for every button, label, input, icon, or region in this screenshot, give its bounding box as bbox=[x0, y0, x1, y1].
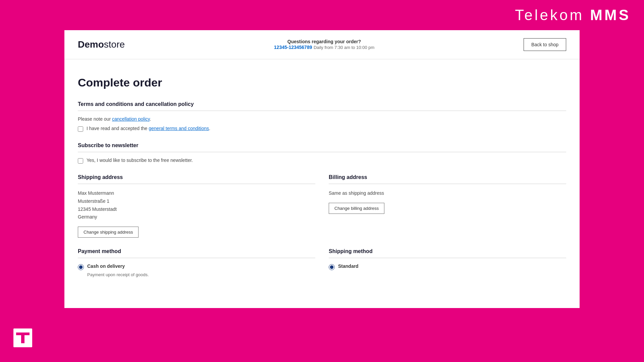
main-content: Demostore Questions regarding your order… bbox=[64, 30, 580, 308]
page-title: Complete order bbox=[78, 76, 566, 89]
change-billing-address-button[interactable]: Change billing address bbox=[329, 203, 384, 214]
billing-address-title: Billing address bbox=[329, 174, 566, 184]
shipping-radio-row: Standard bbox=[329, 263, 566, 270]
terms-notice: Please note our cancellation policy. bbox=[78, 116, 566, 122]
terms-section-title: Terms and conditions and cancellation po… bbox=[78, 101, 566, 111]
shipping-street: Musterstraße 1 bbox=[78, 197, 315, 205]
shipping-standard-radio[interactable] bbox=[329, 264, 335, 270]
gtc-checkbox-row: I have read and accepted the general ter… bbox=[78, 126, 566, 132]
top-bar: Telekom MMS bbox=[0, 0, 644, 30]
shipping-city: 12345 Musterstadt bbox=[78, 205, 315, 214]
shipping-name: Max Mustermann bbox=[78, 189, 315, 197]
contact-hours: Daily from 7:30 am to 10:00 pm bbox=[314, 45, 374, 50]
addresses-row: Shipping address Max Mustermann Musterst… bbox=[78, 174, 566, 238]
newsletter-checkbox[interactable] bbox=[78, 158, 83, 164]
terms-notice-prefix: Please note our bbox=[78, 116, 112, 122]
contact-question: Questions regarding your order? bbox=[274, 39, 374, 44]
telekom-t-icon bbox=[13, 328, 32, 347]
payment-shipping-row: Payment method Cash on delivery Payment … bbox=[78, 248, 566, 277]
terms-section: Terms and conditions and cancellation po… bbox=[78, 101, 566, 132]
terms-notice-suffix: . bbox=[150, 116, 151, 122]
logo-store: store bbox=[104, 39, 125, 50]
billing-same-as: Same as shipping address bbox=[329, 189, 566, 197]
contact-info: Questions regarding your order? 12345-12… bbox=[274, 39, 374, 50]
shipping-method-title: Shipping method bbox=[329, 248, 566, 258]
payment-cod-description: Payment upon receipt of goods. bbox=[87, 272, 315, 277]
newsletter-section: Subscribe to newsletter Yes, I would lik… bbox=[78, 142, 566, 164]
shipping-method-section: Shipping method Standard bbox=[329, 248, 566, 277]
billing-address-lines: Same as shipping address bbox=[329, 189, 566, 197]
bottom-telekom-logo bbox=[13, 328, 32, 349]
payment-cod-label[interactable]: Cash on delivery bbox=[87, 263, 125, 269]
newsletter-checkbox-label[interactable]: Yes, I would like to subscribe to the fr… bbox=[87, 158, 193, 163]
billing-address-section: Billing address Same as shipping address… bbox=[329, 174, 566, 238]
gtc-prefix: I have read and accepted the bbox=[87, 126, 149, 131]
gtc-checkbox[interactable] bbox=[78, 126, 83, 132]
shipping-address-title: Shipping address bbox=[78, 174, 315, 184]
shipping-address-lines: Max Mustermann Musterstraße 1 12345 Must… bbox=[78, 189, 315, 221]
back-to-shop-button[interactable]: Back to shop bbox=[524, 38, 566, 51]
shipping-address-section: Shipping address Max Mustermann Musterst… bbox=[78, 174, 315, 238]
logo-demo: Demo bbox=[78, 39, 104, 50]
payment-cod-radio[interactable] bbox=[78, 264, 84, 270]
contact-phone[interactable]: 12345-123456789 bbox=[274, 45, 312, 50]
payment-method-section: Payment method Cash on delivery Payment … bbox=[78, 248, 315, 277]
telekom-text: Telekom bbox=[515, 7, 584, 23]
logo-text: Demostore bbox=[78, 39, 125, 50]
payment-method-title: Payment method bbox=[78, 248, 315, 258]
gtc-checkbox-label[interactable]: I have read and accepted the general ter… bbox=[87, 126, 210, 131]
payment-radio-row: Cash on delivery bbox=[78, 263, 315, 270]
gtc-suffix: . bbox=[209, 126, 210, 131]
shop-header: Demostore Questions regarding your order… bbox=[64, 30, 580, 59]
mms-text: MMS bbox=[590, 7, 631, 23]
shipping-standard-label[interactable]: Standard bbox=[338, 263, 359, 269]
shipping-country: Germany bbox=[78, 213, 315, 221]
newsletter-section-title: Subscribe to newsletter bbox=[78, 142, 566, 152]
change-shipping-address-button[interactable]: Change shipping address bbox=[78, 227, 139, 238]
shop-logo: Demostore bbox=[78, 39, 125, 50]
newsletter-checkbox-row: Yes, I would like to subscribe to the fr… bbox=[78, 158, 566, 164]
cancellation-policy-link[interactable]: cancellation policy bbox=[112, 116, 150, 122]
page-body: Complete order Terms and conditions and … bbox=[64, 59, 580, 308]
gtc-link[interactable]: general terms and conditions bbox=[149, 126, 209, 131]
telekom-mms-logo: Telekom MMS bbox=[515, 7, 631, 23]
